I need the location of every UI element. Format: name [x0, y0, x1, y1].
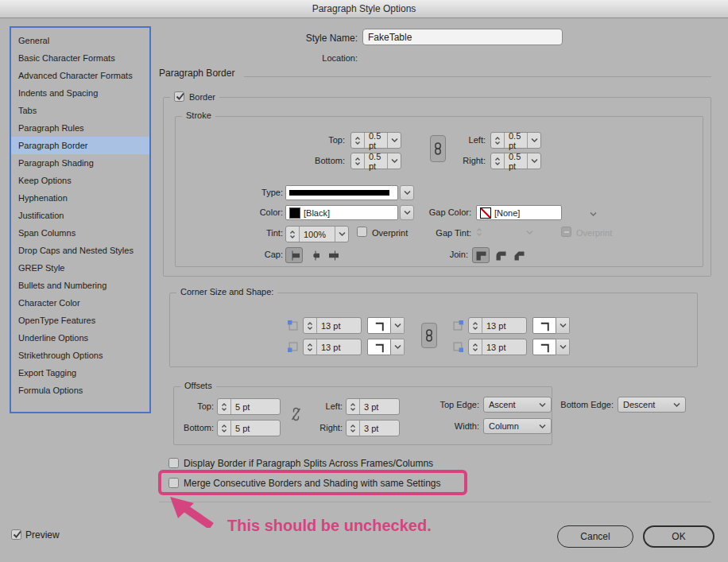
stepper-icon[interactable]: [304, 339, 317, 355]
sidebar-item-hyphenation[interactable]: Hyphenation: [11, 189, 149, 207]
stepper-icon[interactable]: [469, 339, 482, 355]
stepper-icon[interactable]: [491, 133, 505, 148]
sidebar-item-paragraph-rules[interactable]: Paragraph Rules: [11, 119, 149, 137]
sidebar-item-justification[interactable]: Justification: [11, 207, 149, 224]
stroke-top-field[interactable]: 0.5 pt: [350, 132, 401, 149]
cap-butt-button[interactable]: [285, 247, 303, 263]
dropdown-chevron-icon[interactable]: [387, 153, 401, 169]
broken-chain-icon: [290, 406, 302, 422]
panel-title-rule: [244, 76, 711, 77]
cancel-button[interactable]: Cancel: [557, 525, 633, 548]
projecting-cap-icon: [327, 250, 339, 261]
display-border-checkbox[interactable]: [168, 458, 179, 468]
sidebar-item-indents-and-spacing[interactable]: Indents and Spacing: [11, 84, 149, 102]
sidebar-item-paragraph-border[interactable]: Paragraph Border: [11, 137, 149, 154]
corner-shape-icon: [532, 339, 556, 355]
sidebar-item-export-tagging[interactable]: Export Tagging: [11, 364, 149, 382]
stroke-group: Stroke Top: 0.5 pt Bottom: 0.5 pt Left: …: [175, 116, 703, 267]
sidebar-item-basic-character-formats[interactable]: Basic Character Formats: [11, 49, 149, 67]
stroke-type-dropdown-button[interactable]: [400, 185, 414, 200]
sidebar-item-bullets-and-numbering[interactable]: Bullets and Numbering: [11, 277, 149, 294]
stroke-color-combo[interactable]: [Black]: [285, 205, 398, 220]
style-name-input[interactable]: [362, 29, 563, 45]
stroke-right-field[interactable]: 0.5 pt: [490, 153, 541, 169]
corner-shape-icon: [532, 317, 556, 334]
sidebar-item-tabs[interactable]: Tabs: [11, 102, 149, 119]
sidebar-item-drop-caps-and-nested-styles[interactable]: Drop Caps and Nested Styles: [11, 242, 149, 259]
dropdown-chevron-icon[interactable]: [387, 133, 401, 148]
join-bevel-button[interactable]: [510, 247, 528, 263]
merge-borders-checkbox[interactable]: [168, 478, 179, 488]
stepper-icon[interactable]: [347, 421, 360, 436]
offset-right-field[interactable]: 3 pt: [346, 420, 400, 436]
offsets-unlink-button[interactable]: [290, 406, 302, 422]
stroke-tint-field[interactable]: 100%: [285, 226, 349, 242]
corner-top-left-field[interactable]: 13 pt: [303, 317, 362, 334]
border-checkbox[interactable]: [174, 91, 184, 102]
butt-cap-icon: [288, 250, 300, 261]
overprint-checkbox[interactable]: [357, 227, 367, 237]
check-icon: [175, 91, 185, 101]
sidebar-item-formula-options[interactable]: Formula Options: [11, 382, 149, 399]
dropdown-chevron-icon[interactable]: [527, 153, 540, 169]
corner-top-right-shape-dropdown[interactable]: [532, 317, 570, 334]
corner-top-right-field[interactable]: 13 pt: [468, 317, 527, 334]
stepper-icon[interactable]: [304, 318, 317, 333]
cap-projecting-button[interactable]: [324, 247, 342, 263]
corner-bottom-right-field[interactable]: 13 pt: [468, 339, 527, 355]
check-icon: [12, 529, 22, 539]
stepper-icon[interactable]: [491, 153, 505, 169]
stroke-group-label: Stroke: [186, 110, 211, 120]
stroke-bottom-field[interactable]: 0.5 pt: [350, 153, 401, 169]
stepper-icon[interactable]: [469, 318, 482, 333]
width-select[interactable]: Column: [483, 418, 552, 434]
sidebar-item-grep-style[interactable]: GREP Style: [11, 259, 149, 277]
stepper-icon[interactable]: [351, 133, 365, 148]
stepper-icon[interactable]: [286, 227, 300, 242]
corner-bottom-left-shape-dropdown[interactable]: [367, 339, 405, 355]
gap-color-dropdown-chevron-icon[interactable]: [590, 209, 597, 219]
sidebar-list: GeneralBasic Character FormatsAdvanced C…: [11, 32, 149, 399]
cap-round-button[interactable]: [305, 247, 323, 263]
chain-link-icon: [424, 329, 434, 342]
top-edge-label: Top Edge:: [416, 400, 479, 409]
offset-top-field[interactable]: 5 pt: [217, 398, 281, 415]
sidebar-item-underline-options[interactable]: Underline Options: [11, 329, 149, 347]
gap-color-combo[interactable]: [None]: [476, 205, 562, 220]
sidebar-item-keep-options[interactable]: Keep Options: [11, 172, 149, 189]
stepper-icon[interactable]: [351, 153, 365, 169]
dropdown-chevron-icon[interactable]: [335, 227, 348, 242]
offset-left-field[interactable]: 3 pt: [346, 398, 400, 415]
offset-right-label: Right:: [301, 423, 343, 432]
miter-join-icon: [475, 250, 487, 261]
stroke-left-field[interactable]: 0.5 pt: [490, 132, 541, 149]
preview-checkbox[interactable]: [11, 529, 21, 540]
none-swatch-icon: [480, 207, 491, 219]
stroke-tint-label: Tint:: [203, 228, 283, 238]
join-round-button[interactable]: [492, 247, 509, 263]
stepper-icon[interactable]: [218, 421, 231, 436]
stepper-icon[interactable]: [347, 399, 360, 414]
sidebar-item-strikethrough-options[interactable]: Strikethrough Options: [11, 347, 149, 364]
join-miter-button[interactable]: [472, 247, 490, 263]
sidebar-item-character-color[interactable]: Character Color: [11, 294, 149, 312]
offset-top-label: Top:: [174, 401, 214, 411]
corner-link-button[interactable]: [421, 323, 437, 348]
corner-bottom-right-shape-dropdown[interactable]: [532, 339, 570, 355]
round-cap-icon: [308, 250, 320, 261]
stroke-type-combo[interactable]: [285, 185, 398, 200]
corner-bottom-left-field[interactable]: 13 pt: [303, 339, 362, 355]
sidebar-item-opentype-features[interactable]: OpenType Features: [11, 312, 149, 329]
sidebar-item-general[interactable]: General: [11, 32, 149, 49]
annotation-arrow-icon: [167, 494, 223, 528]
ok-button[interactable]: OK: [643, 525, 714, 548]
corner-top-left-shape-dropdown[interactable]: [367, 317, 405, 334]
bottom-edge-select[interactable]: Descent: [618, 397, 686, 413]
title-bar: Paragraph Style Options: [0, 0, 728, 18]
dropdown-chevron-icon[interactable]: [527, 133, 540, 148]
sidebar-item-paragraph-shading[interactable]: Paragraph Shading: [11, 154, 149, 172]
sidebar-item-advanced-character-formats[interactable]: Advanced Character Formats: [11, 67, 149, 84]
offset-bottom-field[interactable]: 5 pt: [217, 420, 281, 436]
stepper-icon[interactable]: [218, 399, 231, 414]
sidebar-item-span-columns[interactable]: Span Columns: [11, 224, 149, 242]
